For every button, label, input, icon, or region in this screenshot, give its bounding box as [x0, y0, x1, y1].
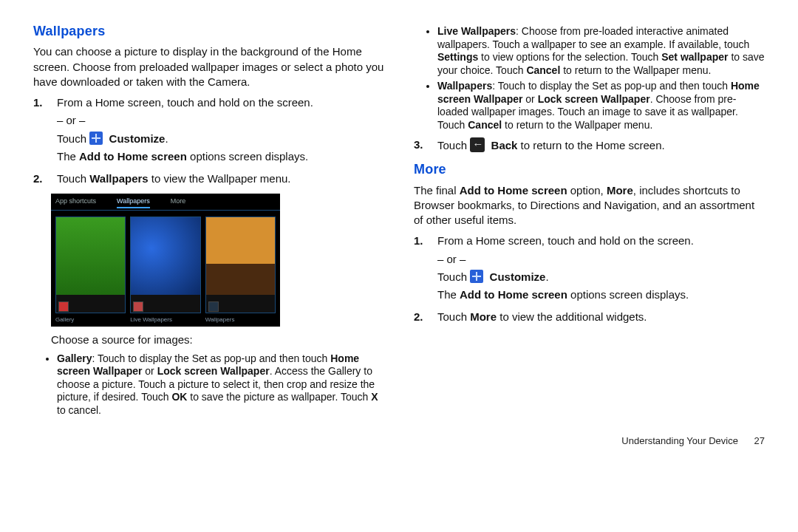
ss-label-gallery: Gallery	[55, 316, 126, 324]
thumb-gallery	[55, 216, 126, 313]
wallpapers-intro: You can choose a picture to display in t…	[33, 44, 384, 89]
step-3: Touch Back to return to the Home screen.	[432, 137, 765, 153]
more-intro: The final Add to Home screen option, Mor…	[414, 183, 765, 228]
step-1-touch: Touch Customize.	[57, 132, 384, 146]
more-step-1-or: – or –	[437, 252, 765, 267]
heading-more: More	[414, 160, 765, 178]
step-1-or: – or –	[57, 113, 384, 128]
bullet-live-wallpapers: Live Wallpapers: Choose from pre-loaded …	[437, 25, 765, 77]
back-icon	[470, 137, 485, 152]
thumb-wall	[205, 216, 276, 313]
more-step-1-touch: Touch Customize.	[437, 270, 765, 284]
step-1: From a Home screen, touch and hold on th…	[51, 95, 384, 164]
ss-label-live: Live Wallpapers	[130, 316, 200, 324]
ss-label-wall: Wallpapers	[205, 316, 276, 324]
footer-page: 27	[754, 435, 765, 446]
step-1-result: The Add to Home screen options screen di…	[57, 149, 384, 164]
more-step-2: Touch More to view the additional widget…	[432, 310, 765, 324]
left-column: Wallpapers You can choose a picture to d…	[33, 22, 384, 421]
footer-section: Understanding Your Device	[621, 435, 738, 446]
right-column: Live Wallpapers: Choose from pre-loaded …	[414, 22, 765, 421]
ss-tab-more: More	[171, 197, 186, 208]
plus-icon	[89, 132, 103, 145]
plus-icon	[470, 270, 483, 283]
step-1-line1: From a Home screen, touch and hold on th…	[57, 96, 313, 109]
more-step-1-result: The Add to Home screen options screen di…	[437, 287, 765, 302]
choose-source-label: Choose a source for images:	[33, 332, 384, 347]
more-step-1: From a Home screen, touch and hold on th…	[432, 233, 765, 302]
bullet-gallery: Gallery: Touch to display the Set as pop…	[57, 352, 384, 417]
thumb-live	[130, 216, 200, 313]
bullet-wallpapers: Wallpapers: Touch to display the Set as …	[437, 80, 765, 132]
ss-tab-shortcuts: App shortcuts	[55, 197, 96, 208]
heading-wallpapers: Wallpapers	[33, 22, 384, 40]
step-2: Touch Wallpapers to view the Wallpaper m…	[51, 171, 384, 186]
ss-tab-wallpapers: Wallpapers	[117, 197, 150, 208]
page-footer: Understanding Your Device 27	[33, 434, 765, 448]
wallpaper-menu-screenshot: App shortcuts Wallpapers More Gallery Li…	[51, 194, 280, 327]
